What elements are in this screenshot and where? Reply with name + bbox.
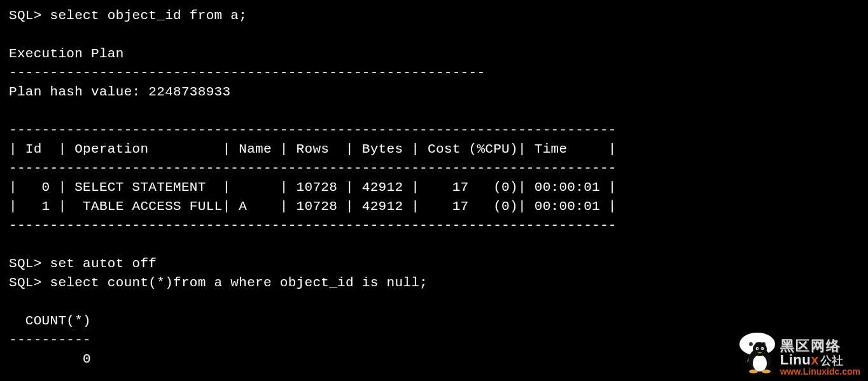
svg-point-1	[749, 342, 753, 346]
sql-prompt-line: SQL> select object_id from a;	[9, 8, 247, 23]
table-border-line: ----------------------------------------…	[9, 123, 617, 137]
table-border-line: ----------------------------------------…	[9, 218, 617, 233]
table-row: | 1 | TABLE ACCESS FULL| A | 10728 | 429…	[9, 199, 617, 214]
plan-hash-line: Plan hash value: 2248738933	[9, 85, 230, 99]
sql-prompt-line: SQL> set autot off	[9, 256, 157, 271]
result-separator: ----------	[9, 333, 91, 347]
separator-line: ----------------------------------------…	[9, 66, 485, 80]
svg-point-3	[762, 342, 766, 346]
result-value: 0	[9, 352, 91, 366]
sql-prompt-line: SQL> select count(*)from a where object_…	[9, 275, 428, 290]
table-border-line: ----------------------------------------…	[9, 161, 617, 176]
result-header: COUNT(*)	[9, 314, 91, 328]
svg-point-2	[755, 342, 759, 346]
terminal-output: SQL> select object_id from a; Execution …	[0, 0, 868, 378]
exec-plan-header: Execution Plan	[9, 46, 124, 61]
speech-bubble-icon	[738, 331, 779, 363]
table-header-line: | Id | Operation | Name | Rows | Bytes |…	[9, 142, 617, 156]
table-row: | 0 | SELECT STATEMENT | | 10728 | 42912…	[9, 180, 617, 195]
